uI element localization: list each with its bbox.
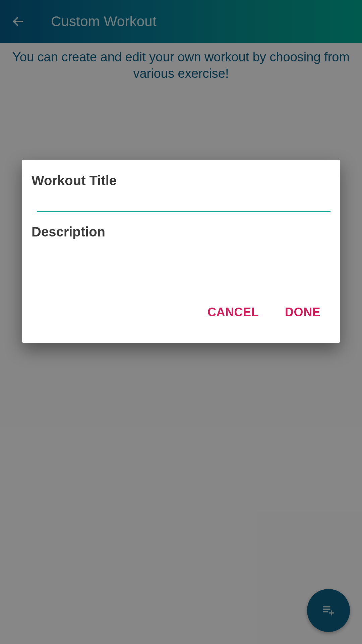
workout-description-input[interactable] [32,246,275,297]
dialog-action-row: CANCEL DONE [32,297,275,332]
workout-title-label: Workout Title [32,173,275,188]
cancel-button[interactable]: CANCEL [207,305,259,319]
create-workout-dialog: Workout Title Description CANCEL DONE [22,160,275,343]
workout-title-input[interactable] [37,195,275,212]
workout-description-label: Description [32,224,275,239]
